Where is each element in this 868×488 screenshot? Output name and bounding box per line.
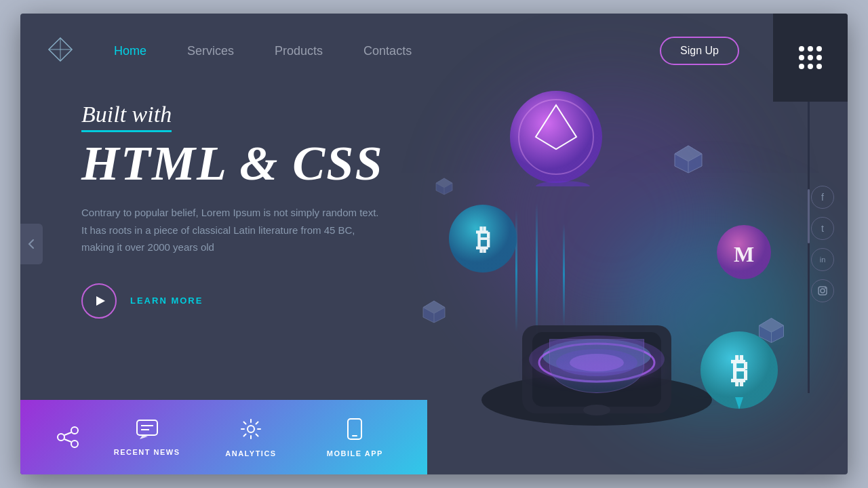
built-with-text: Built with (81, 102, 172, 132)
svg-marker-3 (96, 296, 105, 306)
svg-line-43 (64, 432, 71, 435)
signup-button[interactable]: Sign Up (660, 37, 739, 65)
page-wrapper: Home Services Products Contacts Sign Up … (20, 14, 848, 474)
gear-icon (239, 418, 262, 444)
learn-more-row: LEARN MORE (81, 283, 387, 319)
hero-subtitle: Contrary to popular belief, Lorem Ipsum … (81, 204, 387, 256)
twitter-button[interactable]: t (811, 217, 834, 240)
logo[interactable] (47, 37, 73, 65)
main-title: HTML & CSS (81, 139, 387, 188)
svg-line-44 (64, 439, 71, 442)
mobile-icon (347, 418, 363, 444)
play-button[interactable] (81, 283, 117, 319)
bottom-recent-news[interactable]: RECENT NEWS (95, 419, 199, 456)
main-container: Home Services Products Contacts Sign Up … (20, 14, 848, 474)
nav-products[interactable]: Products (275, 44, 323, 58)
svg-text:₿: ₿ (476, 224, 490, 256)
hero-content: Built with HTML & CSS Contrary to popula… (81, 102, 387, 319)
scrollbar-thumb[interactable] (808, 189, 810, 243)
nav-services[interactable]: Services (187, 44, 234, 58)
svg-point-20 (536, 181, 590, 186)
bottom-mobile-app[interactable]: MOBILE APP (303, 418, 407, 458)
cube-top-right (671, 142, 705, 176)
cube-left (420, 298, 448, 325)
instagram-button[interactable] (811, 279, 834, 302)
social-bar: f t in (811, 186, 834, 302)
left-arrow-button[interactable] (20, 224, 43, 264)
nav-contacts[interactable]: Contacts (363, 44, 412, 58)
svg-rect-45 (137, 420, 157, 435)
cube-top-left (434, 176, 454, 197)
cube-bottom-right (756, 315, 787, 346)
scrollbar-track (808, 102, 810, 393)
svg-point-9 (583, 405, 610, 415)
svg-text:M: M (734, 242, 754, 266)
top-right-menu-box[interactable] (773, 14, 848, 102)
chat-icon (136, 419, 159, 443)
bottom-analytics[interactable]: ANALYTICS (199, 418, 302, 458)
share-section (41, 425, 95, 449)
svg-point-41 (58, 434, 64, 441)
learn-more-label[interactable]: LEARN MORE (130, 296, 203, 306)
bottom-bar: RECENT NEWS ANALYTICS (20, 400, 427, 474)
linkedin-button[interactable]: in (811, 248, 834, 271)
chevron-left-icon (28, 239, 35, 249)
share-icon (56, 425, 80, 449)
nav-home[interactable]: Home (114, 44, 146, 58)
logo-icon (47, 37, 73, 62)
illustration-area: ₿ ₿ (400, 68, 793, 461)
svg-point-42 (71, 441, 78, 447)
analytics-label: ANALYTICS (225, 449, 276, 458)
play-icon (95, 296, 106, 306)
navbar: Home Services Products Contacts Sign Up (20, 14, 848, 88)
recent-news-label: RECENT NEWS (114, 448, 180, 456)
eth-coin (509, 88, 604, 189)
svg-text:₿: ₿ (731, 352, 748, 390)
svg-point-53 (821, 289, 825, 293)
mobile-app-label: MOBILE APP (327, 449, 383, 458)
dots-grid-icon (799, 46, 822, 69)
btc-coin-left: ₿ (448, 203, 519, 277)
svg-point-40 (71, 427, 78, 434)
nav-links: Home Services Products Contacts (114, 44, 660, 58)
svg-point-49 (248, 426, 254, 432)
m-coin: M (715, 224, 773, 284)
facebook-button[interactable]: f (811, 186, 834, 209)
svg-point-54 (825, 287, 826, 289)
cylinder-base (549, 339, 644, 393)
